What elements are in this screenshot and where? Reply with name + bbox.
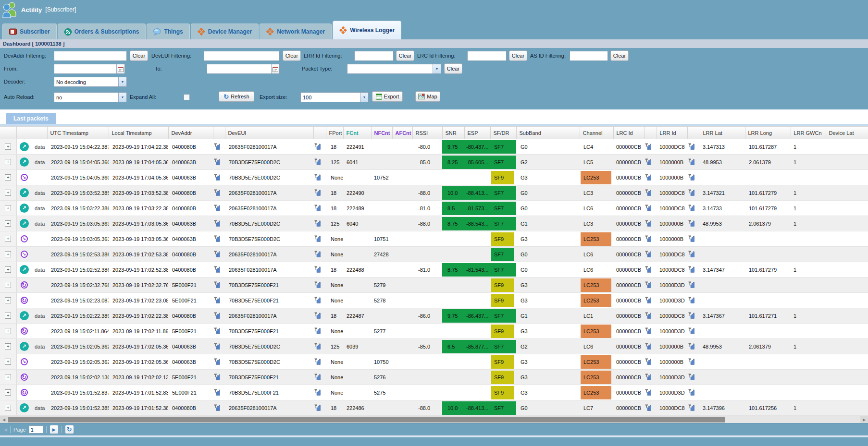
expand-icon[interactable]: + xyxy=(5,144,11,150)
prev-page-icon[interactable]: ◀ xyxy=(4,427,7,432)
expand-icon[interactable]: + xyxy=(5,251,11,257)
asid-filter-input[interactable] xyxy=(570,51,608,61)
graph-icon[interactable] xyxy=(214,281,220,288)
asid-clear-button[interactable]: Clear xyxy=(610,50,629,61)
graph-icon[interactable] xyxy=(214,297,220,303)
from-date-input[interactable] xyxy=(54,64,125,74)
graph-icon[interactable] xyxy=(314,205,321,211)
scrollbar-thumb[interactable] xyxy=(8,417,725,422)
packet-row[interactable]: + ↻ 2023-09-19 15:01:52.837 2023-09-19 1… xyxy=(0,385,868,400)
graph-icon[interactable] xyxy=(314,389,321,396)
refresh-button[interactable]: ↻ Refresh xyxy=(219,91,254,102)
packet-row[interactable]: + ↗ data 2023-09-19 15:03:52.385 2023-09… xyxy=(0,185,868,201)
expand-icon[interactable]: + xyxy=(5,220,11,227)
graph-icon[interactable] xyxy=(314,343,321,350)
graph-icon[interactable] xyxy=(314,358,321,365)
graph-icon[interactable] xyxy=(688,158,694,165)
column-header-snr[interactable]: SNR xyxy=(442,127,464,139)
graph-icon[interactable] xyxy=(688,189,694,196)
decoder-select[interactable]: No decoding ▼ xyxy=(54,77,127,87)
graph-icon[interactable] xyxy=(645,174,651,181)
column-header-gwcnt[interactable]: LRR GWCn xyxy=(791,127,826,139)
auto-reload-select[interactable]: no ▼ xyxy=(54,92,127,102)
packet-row[interactable]: + ↘ 2023-09-19 15:02:53.386 2023-09-19 1… xyxy=(0,247,868,262)
packet-type-clear-button[interactable]: Clear xyxy=(444,63,462,74)
graph-icon[interactable] xyxy=(645,281,651,288)
expand-icon[interactable]: + xyxy=(5,282,11,288)
lrrid-filter-input[interactable] xyxy=(354,51,394,61)
packet-row[interactable]: + ↘ 2023-09-19 15:04:05.360 2023-09-19 1… xyxy=(0,170,868,185)
expand-icon[interactable]: + xyxy=(5,266,11,273)
graph-icon[interactable] xyxy=(214,220,220,227)
tab-things[interactable]: Things xyxy=(147,24,189,39)
graph-icon[interactable] xyxy=(645,251,651,257)
lrrid-clear-button[interactable]: Clear xyxy=(396,50,414,61)
deveui-filter-input[interactable] xyxy=(204,51,280,61)
column-header-channel[interactable]: Channel xyxy=(580,127,613,139)
devaddr-filter-input[interactable] xyxy=(54,51,127,61)
graph-icon[interactable] xyxy=(688,404,694,411)
packet-row[interactable]: + ↗ data 2023-09-19 15:02:52.386 2023-09… xyxy=(0,262,868,277)
graph-icon[interactable] xyxy=(314,374,321,380)
graph-icon[interactable] xyxy=(314,158,321,165)
column-header-fport[interactable]: FPort xyxy=(326,127,343,139)
column-header-lrrlong[interactable]: LRR Long xyxy=(745,127,791,139)
graph-icon[interactable] xyxy=(214,143,220,150)
expand-icon[interactable]: + xyxy=(5,313,11,319)
graph-icon[interactable] xyxy=(314,174,321,181)
expand-icon[interactable]: + xyxy=(5,205,11,211)
last-packets-tab[interactable]: Last packets xyxy=(6,113,56,124)
column-header-subband[interactable]: SubBand xyxy=(516,127,580,139)
packet-row[interactable]: + ↗ data 2023-09-19 15:01:52.385 2023-09… xyxy=(0,400,868,416)
graph-icon[interactable] xyxy=(214,312,220,319)
column-header-fcnt[interactable]: FCnt xyxy=(343,127,371,139)
graph-icon[interactable] xyxy=(314,143,321,150)
graph-icon[interactable] xyxy=(645,374,651,380)
graph-icon[interactable] xyxy=(214,174,220,181)
expand-icon[interactable]: + xyxy=(5,359,11,365)
graph-icon[interactable] xyxy=(214,189,220,196)
expand-icon[interactable]: + xyxy=(5,297,11,303)
chevron-down-icon[interactable]: ▼ xyxy=(118,93,126,102)
packet-row[interactable]: + ↗ data 2023-09-19 15:02:22.389 2023-09… xyxy=(0,308,868,324)
graph-icon[interactable] xyxy=(645,235,651,242)
graph-icon[interactable] xyxy=(214,205,220,211)
graph-icon[interactable] xyxy=(214,389,220,396)
next-page-button[interactable]: ▶ xyxy=(50,425,59,434)
chevron-down-icon[interactable]: ▼ xyxy=(360,93,368,102)
calendar-icon[interactable] xyxy=(116,64,124,73)
graph-icon[interactable] xyxy=(645,297,651,303)
chevron-down-icon[interactable]: ▼ xyxy=(118,77,126,86)
column-header-local[interactable]: Local Timestamp xyxy=(109,127,168,139)
graph-icon[interactable] xyxy=(645,389,651,396)
graph-icon[interactable] xyxy=(645,312,651,319)
graph-icon[interactable] xyxy=(314,281,321,288)
packet-row[interactable]: + ↘ 2023-09-19 15:03:05.363 2023-09-19 1… xyxy=(0,231,868,247)
expand-icon[interactable]: + xyxy=(5,328,11,334)
column-header-lrrid[interactable]: LRR Id xyxy=(657,127,687,139)
graph-icon[interactable] xyxy=(645,404,651,411)
graph-icon[interactable] xyxy=(214,266,220,273)
graph-icon[interactable] xyxy=(314,312,321,319)
graph-icon[interactable] xyxy=(688,143,694,150)
packet-row[interactable]: + ↗ data 2023-09-19 15:04:22.387 2023-09… xyxy=(0,139,868,155)
column-header-utc[interactable]: UTC Timestamp xyxy=(47,127,109,139)
pager-refresh-button[interactable]: ↻ xyxy=(65,425,74,434)
to-date-input[interactable] xyxy=(207,64,280,74)
graph-icon[interactable] xyxy=(645,266,651,273)
graph-icon[interactable] xyxy=(314,266,321,273)
lrcid-filter-input[interactable] xyxy=(467,51,507,61)
graph-icon[interactable] xyxy=(645,327,651,334)
expand-all-checkbox[interactable] xyxy=(184,94,190,100)
graph-icon[interactable] xyxy=(214,343,220,350)
graph-icon[interactable] xyxy=(645,189,651,196)
page-number-input[interactable] xyxy=(29,425,43,434)
graph-icon[interactable] xyxy=(688,358,694,365)
graph-icon[interactable] xyxy=(645,220,651,227)
graph-icon[interactable] xyxy=(688,205,694,211)
packet-row[interactable]: + ↗ data 2023-09-19 15:03:22.386 2023-09… xyxy=(0,201,868,216)
graph-icon[interactable] xyxy=(314,327,321,334)
graph-icon[interactable] xyxy=(688,281,694,288)
devaddr-clear-button[interactable]: Clear xyxy=(130,50,148,61)
column-header-rssi[interactable]: RSSI xyxy=(412,127,442,139)
